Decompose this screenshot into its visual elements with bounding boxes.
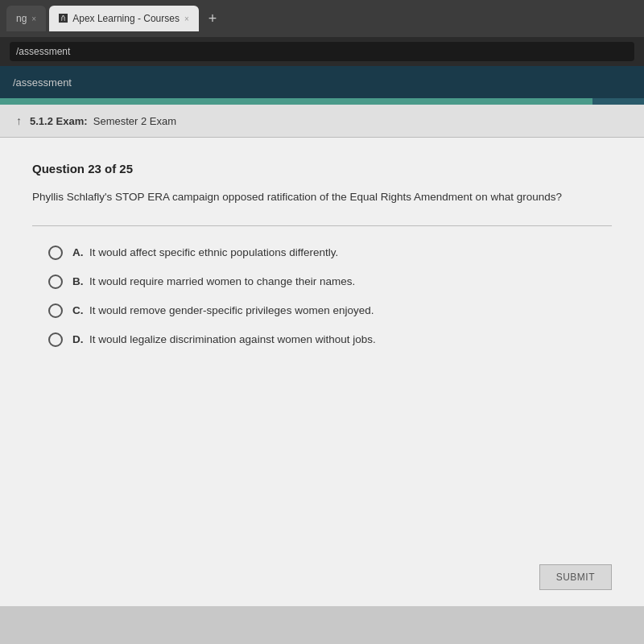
- back-icon[interactable]: ↑: [16, 114, 22, 127]
- tab-other[interactable]: ng ×: [6, 6, 46, 31]
- exam-header-text: 5.1.2 Exam: Semester 2 Exam: [30, 115, 176, 127]
- answer-text-d: It would legalize discrimination against…: [89, 333, 376, 345]
- tab-apex-close[interactable]: ×: [184, 14, 189, 23]
- tab-apex[interactable]: 🅰 Apex Learning - Courses ×: [49, 6, 199, 31]
- answer-option-a[interactable]: A. It would affect specific ethnic popul…: [48, 246, 612, 260]
- exam-label-bold: 5.1.2 Exam:: [30, 115, 88, 127]
- tab-apex-icon: 🅰: [59, 14, 68, 23]
- tab-other-label: ng: [16, 13, 27, 24]
- exam-label-suffix: Semester 2 Exam: [93, 115, 176, 127]
- answer-text-c: It would remove gender-specific privileg…: [89, 304, 374, 316]
- question-area: Question 23 of 25 Phyllis Schlafly's STO…: [0, 138, 644, 540]
- answer-letter-b: B.: [72, 275, 84, 287]
- answer-label-c: C. It would remove gender-specific privi…: [72, 304, 374, 316]
- url-bar-area: /assessment: [0, 37, 644, 66]
- exam-header: ↑ 5.1.2 Exam: Semester 2 Exam: [0, 105, 644, 138]
- question-text: Phyllis Schlafly's STOP ERA campaign opp…: [32, 188, 612, 206]
- progress-area: [0, 98, 644, 105]
- question-number: Question 23 of 25: [32, 162, 612, 175]
- answer-text-b: It would require married women to change…: [89, 275, 355, 287]
- radio-b[interactable]: [48, 275, 63, 289]
- answer-text-a: It would affect specific ethnic populati…: [89, 246, 338, 258]
- browser-chrome: ng × 🅰 Apex Learning - Courses × +: [0, 0, 644, 37]
- url-bar[interactable]: /assessment: [10, 42, 634, 61]
- answer-letter-a: A.: [72, 246, 84, 258]
- radio-c[interactable]: [48, 303, 63, 318]
- tab-apex-label: Apex Learning - Courses: [72, 13, 180, 24]
- submit-area: SUBMIT: [0, 540, 644, 606]
- progress-bar-fill: [0, 98, 592, 105]
- answer-label-a: A. It would affect specific ethnic popul…: [72, 246, 338, 258]
- url-text: /assessment: [16, 46, 70, 57]
- answer-option-b[interactable]: B. It would require married women to cha…: [48, 275, 612, 289]
- answer-option-c[interactable]: C. It would remove gender-specific privi…: [48, 303, 612, 318]
- page-content: /assessment ↑ 5.1.2 Exam: Semester 2 Exa…: [0, 66, 644, 644]
- new-tab-button[interactable]: +: [202, 7, 224, 31]
- answer-options: A. It would affect specific ethnic popul…: [32, 246, 612, 347]
- nav-bar: /assessment: [0, 66, 644, 98]
- radio-d[interactable]: [48, 332, 63, 347]
- answer-letter-c: C.: [72, 304, 84, 316]
- nav-bar-text: /assessment: [13, 76, 72, 89]
- tab-other-close[interactable]: ×: [31, 14, 36, 23]
- submit-button[interactable]: SUBMIT: [539, 564, 612, 590]
- answer-option-d[interactable]: D. It would legalize discrimination agai…: [48, 332, 612, 347]
- answer-label-d: D. It would legalize discrimination agai…: [72, 333, 376, 345]
- answer-label-b: B. It would require married women to cha…: [72, 275, 355, 287]
- radio-a[interactable]: [48, 246, 63, 260]
- answer-letter-d: D.: [72, 333, 84, 345]
- divider: [32, 225, 612, 226]
